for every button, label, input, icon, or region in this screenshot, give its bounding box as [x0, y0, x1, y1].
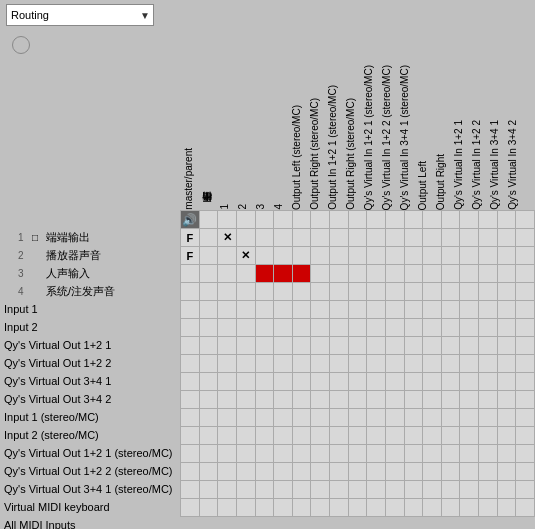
grid-cell[interactable] — [385, 409, 404, 427]
grid-cell[interactable] — [330, 265, 349, 283]
grid-cell[interactable] — [385, 211, 404, 229]
grid-cell[interactable] — [516, 211, 535, 229]
grid-cell[interactable] — [292, 373, 311, 391]
grid-cell[interactable] — [385, 391, 404, 409]
grid-cell[interactable] — [367, 391, 386, 409]
grid-cell[interactable] — [497, 211, 516, 229]
table-row[interactable] — [181, 409, 535, 427]
grid-cell[interactable] — [479, 427, 498, 445]
grid-cell[interactable] — [404, 283, 423, 301]
grid-cell[interactable] — [236, 283, 255, 301]
grid-cell[interactable] — [292, 355, 311, 373]
grid-cell[interactable] — [367, 409, 386, 427]
grid-cell[interactable] — [330, 247, 349, 265]
grid-cell[interactable] — [181, 373, 200, 391]
grid-cell[interactable] — [385, 463, 404, 481]
grid-cell[interactable] — [330, 427, 349, 445]
grid-cell[interactable] — [274, 427, 293, 445]
grid-cell[interactable] — [385, 499, 404, 517]
grid-cell[interactable] — [367, 283, 386, 301]
grid-cell[interactable] — [460, 247, 479, 265]
grid-cell[interactable] — [181, 283, 200, 301]
grid-cell[interactable] — [385, 337, 404, 355]
grid-cell[interactable] — [423, 319, 442, 337]
grid-cell[interactable] — [516, 463, 535, 481]
grid-cell[interactable] — [404, 301, 423, 319]
grid-cell[interactable] — [441, 247, 460, 265]
grid-cell[interactable] — [292, 229, 311, 247]
grid-cell[interactable] — [423, 409, 442, 427]
grid-cell[interactable] — [367, 481, 386, 499]
grid-cell[interactable] — [218, 301, 237, 319]
routing-select[interactable]: Routing — [6, 4, 154, 26]
grid-cell[interactable] — [255, 337, 274, 355]
grid-cell[interactable] — [236, 265, 255, 283]
grid-cell[interactable] — [218, 463, 237, 481]
grid-cell[interactable] — [348, 481, 367, 499]
grid-cell[interactable] — [311, 229, 330, 247]
table-row[interactable] — [181, 373, 535, 391]
grid-cell[interactable] — [311, 337, 330, 355]
grid-cell[interactable] — [497, 301, 516, 319]
grid-cell[interactable] — [348, 265, 367, 283]
grid-cell[interactable] — [479, 247, 498, 265]
grid-cell[interactable] — [497, 229, 516, 247]
grid-cell[interactable] — [441, 337, 460, 355]
grid-cell[interactable] — [236, 319, 255, 337]
grid-cell[interactable] — [441, 445, 460, 463]
table-row[interactable] — [181, 283, 535, 301]
grid-cell[interactable] — [330, 373, 349, 391]
grid-cell[interactable] — [181, 319, 200, 337]
grid-cell[interactable] — [516, 391, 535, 409]
grid-cell[interactable] — [199, 301, 218, 319]
grid-cell[interactable] — [274, 355, 293, 373]
grid-cell[interactable] — [330, 319, 349, 337]
grid-cell[interactable] — [441, 463, 460, 481]
grid-cell[interactable] — [367, 427, 386, 445]
grid-cell[interactable] — [330, 283, 349, 301]
grid-cell[interactable] — [423, 481, 442, 499]
grid-cell[interactable] — [348, 301, 367, 319]
grid-cell[interactable] — [274, 319, 293, 337]
grid-cell[interactable] — [330, 499, 349, 517]
grid-cell[interactable] — [479, 283, 498, 301]
grid-cell[interactable] — [423, 265, 442, 283]
grid-cell[interactable] — [218, 337, 237, 355]
grid-cell[interactable] — [348, 337, 367, 355]
grid-cell[interactable]: ✕ — [236, 247, 255, 265]
grid-cell[interactable] — [516, 499, 535, 517]
grid-cell[interactable] — [404, 355, 423, 373]
grid-cell[interactable] — [367, 373, 386, 391]
grid-cell[interactable] — [181, 391, 200, 409]
grid-cell[interactable] — [385, 247, 404, 265]
grid-cell[interactable] — [385, 445, 404, 463]
grid-cell[interactable] — [348, 211, 367, 229]
grid-cell[interactable] — [236, 211, 255, 229]
table-row[interactable] — [181, 463, 535, 481]
grid-cell[interactable] — [218, 373, 237, 391]
grid-cell[interactable] — [236, 301, 255, 319]
grid-cell[interactable] — [255, 229, 274, 247]
grid-cell[interactable] — [404, 445, 423, 463]
grid-cell[interactable] — [479, 337, 498, 355]
grid-cell[interactable] — [460, 445, 479, 463]
grid-cell[interactable] — [199, 265, 218, 283]
grid-cell[interactable] — [255, 445, 274, 463]
grid-cell[interactable] — [497, 283, 516, 301]
grid-cell[interactable] — [367, 247, 386, 265]
grid-cell[interactable] — [460, 265, 479, 283]
table-row[interactable] — [181, 337, 535, 355]
grid-cell[interactable] — [199, 445, 218, 463]
grid-cell[interactable] — [311, 355, 330, 373]
grid-cell[interactable] — [181, 355, 200, 373]
grid-cell[interactable] — [199, 463, 218, 481]
routing-grid[interactable]: 🔊F✕F✕ — [180, 210, 535, 517]
grid-cell[interactable] — [236, 427, 255, 445]
grid-cell[interactable] — [311, 463, 330, 481]
grid-cell[interactable] — [274, 229, 293, 247]
grid-cell[interactable] — [199, 229, 218, 247]
grid-cell[interactable] — [404, 319, 423, 337]
grid-cell[interactable] — [292, 337, 311, 355]
grid-cell[interactable] — [441, 283, 460, 301]
grid-cell[interactable] — [330, 229, 349, 247]
